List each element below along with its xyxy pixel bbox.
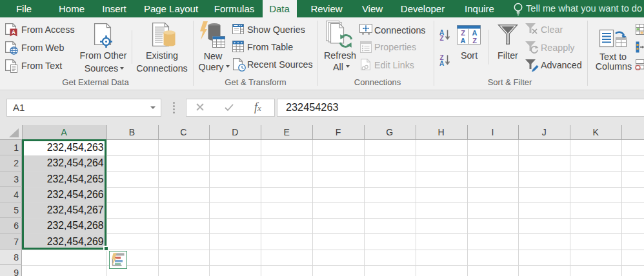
svg-text:Z: Z [461, 29, 465, 37]
svg-text:Z: Z [439, 35, 443, 42]
svg-text:A: A [472, 29, 478, 37]
svg-text:A: A [439, 60, 444, 67]
svg-text:A: A [461, 37, 466, 44]
svg-text:Z: Z [472, 37, 477, 44]
svg-text:A: A [12, 30, 15, 35]
